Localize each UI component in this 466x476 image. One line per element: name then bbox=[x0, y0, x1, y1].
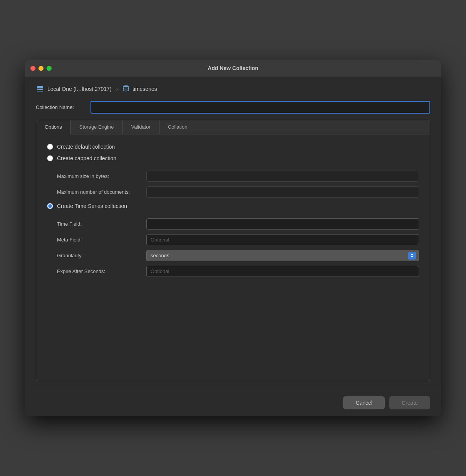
db-icon bbox=[122, 85, 129, 93]
close-button[interactable] bbox=[30, 66, 35, 71]
granularity-select-wrapper: seconds minutes hours bbox=[146, 250, 419, 261]
svg-point-4 bbox=[42, 89, 42, 90]
radio-default-label: Create default collection bbox=[57, 144, 115, 150]
server-icon bbox=[36, 85, 44, 93]
field-row-time-field: Time Field: bbox=[57, 218, 419, 230]
tab-collation[interactable]: Collation bbox=[159, 120, 196, 134]
dialog-footer: Cancel Create bbox=[25, 389, 441, 416]
meta-field-label: Meta Field: bbox=[57, 237, 142, 243]
radio-row-timeseries: Create Time Series collection bbox=[47, 203, 419, 209]
meta-field-input[interactable] bbox=[146, 234, 419, 245]
field-row-max-size: Maximum size in bytes: bbox=[57, 171, 419, 182]
maximize-button[interactable] bbox=[47, 66, 52, 71]
db-label: timeseries bbox=[132, 86, 157, 92]
field-row-meta-field: Meta Field: bbox=[57, 234, 419, 245]
server-label: Local One (l…lhost:27017) bbox=[47, 86, 112, 92]
collection-name-label: Collection Name: bbox=[36, 104, 86, 110]
time-field-label: Time Field: bbox=[57, 221, 142, 227]
capped-fields: Maximum size in bytes: Maximum number of… bbox=[57, 171, 419, 198]
titlebar: Add New Collection bbox=[25, 60, 441, 77]
timeseries-fields: Time Field: Meta Field: Granularity: sec bbox=[57, 218, 419, 277]
tabs-header: Options Storage Engine Validator Collati… bbox=[36, 120, 430, 134]
radio-timeseries-label: Create Time Series collection bbox=[57, 203, 127, 209]
max-docs-input[interactable] bbox=[146, 186, 419, 198]
field-row-max-docs: Maximum number of documents: bbox=[57, 186, 419, 198]
svg-point-3 bbox=[42, 87, 42, 87]
max-size-input[interactable] bbox=[146, 171, 419, 182]
radio-row-default: Create default collection bbox=[47, 144, 419, 150]
time-field-input[interactable] bbox=[146, 218, 419, 230]
collection-name-input[interactable] bbox=[91, 101, 430, 114]
radio-group: Create default collection Create capped … bbox=[47, 144, 419, 277]
tab-validator[interactable]: Validator bbox=[122, 120, 159, 134]
max-docs-label: Maximum number of documents: bbox=[57, 189, 142, 195]
tab-storage-engine[interactable]: Storage Engine bbox=[71, 120, 123, 134]
breadcrumb-arrow: › bbox=[116, 86, 118, 92]
breadcrumb: Local One (l…lhost:27017) › timeseries bbox=[36, 85, 430, 93]
svg-point-5 bbox=[123, 85, 129, 87]
radio-timeseries[interactable] bbox=[47, 203, 53, 209]
field-row-expire-after: Expire After Seconds: bbox=[57, 266, 419, 277]
field-row-granularity: Granularity: seconds minutes hours bbox=[57, 250, 419, 261]
granularity-select[interactable]: seconds minutes hours bbox=[146, 250, 419, 261]
radio-row-capped: Create capped collection bbox=[47, 155, 419, 161]
radio-default[interactable] bbox=[47, 144, 53, 150]
granularity-label: Granularity: bbox=[57, 253, 142, 258]
max-size-label: Maximum size in bytes: bbox=[57, 173, 142, 179]
create-button[interactable]: Create bbox=[389, 396, 430, 409]
tab-content-options: Create default collection Create capped … bbox=[36, 134, 430, 381]
expire-after-label: Expire After Seconds: bbox=[57, 268, 142, 274]
expire-after-input[interactable] bbox=[146, 266, 419, 277]
dialog-content: Local One (l…lhost:27017) › timeseries C… bbox=[25, 77, 441, 389]
dialog-window: Add New Collection Local One (l…lhost:27… bbox=[25, 60, 441, 416]
cancel-button[interactable]: Cancel bbox=[343, 396, 385, 409]
traffic-lights bbox=[30, 66, 52, 71]
dialog-title: Add New Collection bbox=[208, 65, 258, 71]
minimize-button[interactable] bbox=[39, 66, 44, 71]
tab-options[interactable]: Options bbox=[36, 120, 71, 134]
radio-capped[interactable] bbox=[47, 155, 53, 161]
radio-capped-label: Create capped collection bbox=[57, 155, 116, 161]
svg-rect-2 bbox=[37, 91, 43, 92]
collection-name-row: Collection Name: bbox=[36, 101, 430, 114]
tabs-panel: Options Storage Engine Validator Collati… bbox=[36, 120, 430, 381]
